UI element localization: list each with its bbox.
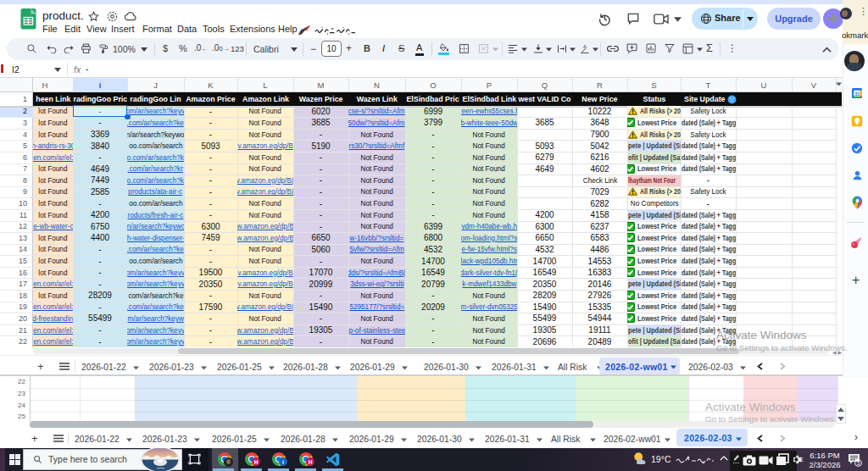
svg-text:31: 31: [854, 91, 860, 97]
svg-text:A: A: [583, 44, 587, 49]
svg-text:5: 5: [857, 460, 860, 466]
